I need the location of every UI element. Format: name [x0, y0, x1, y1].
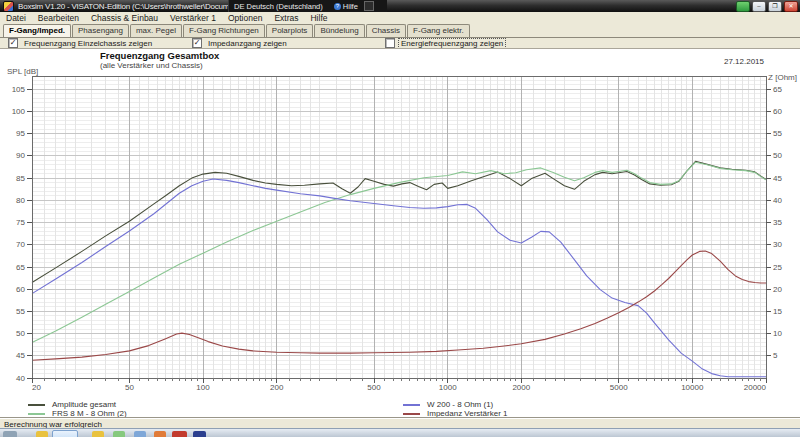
svg-text:65: 65	[16, 263, 25, 272]
taskbar-icon-1[interactable]	[3, 431, 17, 437]
language-bar[interactable]: DE Deutsch (Deutschland) ? Hilfe	[228, 0, 387, 12]
tab-b-ndelung[interactable]: Bündelung	[314, 24, 364, 37]
svg-text:105: 105	[12, 85, 26, 94]
svg-text:60: 60	[16, 285, 25, 294]
chart-title: Frequenzgang Gesamtbox	[100, 50, 219, 61]
svg-text:15: 15	[773, 307, 782, 316]
taskbar-icon-5[interactable]	[113, 431, 125, 437]
svg-text:80: 80	[16, 196, 25, 205]
svg-text:45: 45	[16, 351, 25, 360]
tab-chassis[interactable]: Chassis	[366, 24, 406, 37]
legend-label: W 200 - 8 Ohm (1)	[427, 400, 493, 409]
legend-label: FRS 8 M - 8 Ohm (2)	[52, 409, 127, 418]
svg-text:85: 85	[16, 174, 25, 183]
svg-text:55: 55	[16, 307, 25, 316]
checkbox-label: Energiefrequenzgang zeigen	[399, 39, 505, 48]
svg-text:500: 500	[367, 383, 381, 392]
svg-text:50: 50	[16, 329, 25, 338]
tab-f-gang-richtungen[interactable]: F-Gang Richtungen	[183, 24, 265, 37]
y-axis-right-label: Z [Ohm]	[768, 73, 797, 82]
title-bar: Boxsim V1.20 - VISATON-Edition (C:\Users…	[0, 0, 800, 12]
legend-item-frs-8-m-8-ohm-2-: FRS 8 M - 8 Ohm (2)	[28, 409, 127, 418]
taskbar-active-button[interactable]	[52, 430, 78, 437]
menu-item-bearbeiten[interactable]: Bearbeiten	[32, 13, 85, 23]
minimize-button[interactable]: –	[752, 1, 766, 12]
language-label[interactable]: DE Deutsch (Deutschland)	[234, 2, 323, 11]
checkbox-frequenzgang-einzelchassis-zeigen[interactable]: ✓Frequenzgang Einzelchassis zeigen	[8, 38, 154, 48]
menu-item-extras[interactable]: Extras	[268, 13, 304, 23]
frequency-response-chart: 4045505560657075808590951001055101520253…	[0, 48, 800, 418]
app-icon	[3, 1, 14, 12]
legend-label: Impedanz Verstärker 1	[427, 409, 507, 418]
svg-text:35: 35	[773, 218, 782, 227]
svg-text:75: 75	[16, 218, 25, 227]
svg-text:1000: 1000	[439, 383, 457, 392]
legend-line-swatch	[403, 413, 420, 415]
svg-text:20: 20	[773, 285, 782, 294]
checkbox-box[interactable]	[385, 38, 395, 48]
svg-text:100: 100	[196, 383, 210, 392]
language-bar-help[interactable]: Hilfe	[343, 2, 358, 11]
legend-line-swatch	[28, 413, 45, 415]
svg-text:55: 55	[773, 129, 782, 138]
svg-text:20000: 20000	[744, 383, 767, 392]
menu-item-optionen[interactable]: Optionen	[222, 13, 269, 23]
legend-line-swatch	[28, 404, 45, 406]
svg-text:200: 200	[270, 383, 284, 392]
checkbox-label: Frequenzgang Einzelchassis zeigen	[22, 39, 154, 48]
legend-item-impedanz-verst-rker-1: Impedanz Verstärker 1	[403, 409, 507, 418]
svg-text:10000: 10000	[681, 383, 704, 392]
svg-text:45: 45	[773, 174, 782, 183]
tab-max-pegel[interactable]: max. Pegel	[130, 24, 182, 37]
svg-text:95: 95	[16, 129, 25, 138]
svg-text:2000: 2000	[512, 383, 530, 392]
close-button[interactable]: ✕	[784, 1, 798, 12]
checkbox-box[interactable]: ✓	[8, 38, 18, 48]
svg-text:70: 70	[16, 240, 25, 249]
tab-polarplots[interactable]: Polarplots	[266, 24, 314, 37]
tab-phasengang[interactable]: Phasengang	[72, 24, 129, 37]
svg-text:10: 10	[773, 329, 782, 338]
menu-item-hilfe[interactable]: Hilfe	[304, 13, 333, 23]
svg-text:25: 25	[773, 263, 782, 272]
language-bar-options-icon[interactable]	[364, 1, 374, 11]
legend-label: Amplitude gesamt	[52, 400, 116, 409]
svg-text:60: 60	[773, 107, 782, 116]
chart-date: 27.12.2015	[724, 57, 764, 66]
taskbar-icon-8[interactable]	[172, 431, 187, 437]
help-icon: ?	[334, 3, 341, 10]
y-axis-left-label: SPL [dB]	[7, 67, 38, 76]
legend-column-1: Amplitude gesamtFRS 8 M - 8 Ohm (2)	[28, 400, 127, 418]
taskbar-icon-2[interactable]	[36, 431, 48, 437]
taskbar-icon-7[interactable]	[154, 431, 166, 437]
legend-line-swatch	[403, 404, 420, 406]
legend-item-amplitude-gesamt: Amplitude gesamt	[28, 400, 127, 409]
chart-svg: 4045505560657075808590951001055101520253…	[0, 49, 800, 419]
menu-item-verst-rker-1[interactable]: Verstärker 1	[164, 13, 222, 23]
svg-text:40: 40	[773, 196, 782, 205]
taskbar-icon-9[interactable]	[193, 431, 206, 437]
svg-text:20: 20	[32, 383, 41, 392]
svg-text:50: 50	[125, 383, 134, 392]
svg-text:65: 65	[773, 85, 782, 94]
svg-text:50: 50	[773, 151, 782, 160]
checkbox-box[interactable]: ✓	[192, 38, 202, 48]
tab-f-gang-elektr-[interactable]: F-Gang elektr.	[407, 24, 470, 37]
boxsim-window: Boxsim V1.20 - VISATON-Edition (C:\Users…	[0, 0, 800, 437]
menu-bar: DateiBearbeitenChassis & EinbauVerstärke…	[0, 12, 800, 23]
checkbox-energiefrequenzgang-zeigen[interactable]: Energiefrequenzgang zeigen	[385, 38, 505, 48]
windows-taskbar[interactable]	[0, 428, 800, 437]
checkbox-label: Impedanzgang zeigen	[206, 39, 289, 48]
svg-text:30: 30	[773, 240, 782, 249]
checkbox-impedanzgang-zeigen[interactable]: ✓Impedanzgang zeigen	[192, 38, 289, 48]
chart-subtitle: (alle Verstärker und Chassis)	[100, 61, 203, 70]
tray-icon[interactable]	[736, 1, 750, 12]
menu-item-chassis-einbau[interactable]: Chassis & Einbau	[85, 13, 164, 23]
svg-text:40: 40	[16, 374, 25, 383]
menu-item-datei[interactable]: Datei	[0, 13, 32, 23]
taskbar-icon-4[interactable]	[92, 431, 104, 437]
option-row: ✓Frequenzgang Einzelchassis zeigen✓Imped…	[0, 38, 800, 48]
svg-text:100: 100	[12, 107, 26, 116]
taskbar-icon-6[interactable]	[134, 431, 146, 437]
restore-button[interactable]: ❐	[768, 1, 782, 12]
